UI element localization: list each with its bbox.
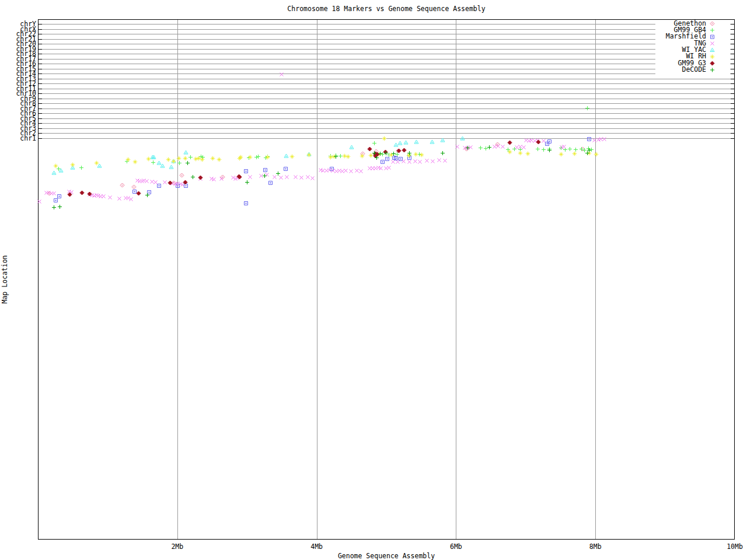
data-point-shape [256,155,260,159]
data-point [402,148,406,152]
data-point-shape [290,155,295,159]
data-point-shape [350,145,354,149]
data-point [603,138,606,141]
data-point-shape [430,140,434,144]
data-point-shape [414,152,418,157]
data-point-shape [368,167,372,170]
series-decode [52,145,591,209]
data-point-shape [59,196,60,197]
data-point [186,161,190,165]
data-point-shape [479,146,483,150]
data-point-shape [528,139,531,143]
data-point-shape [177,156,181,161]
data-point [95,161,99,166]
data-point-shape [146,157,151,162]
data-point [319,169,323,172]
data-point [169,165,173,169]
data-point [151,180,154,184]
data-point [280,176,283,180]
data-point-shape [525,139,528,142]
data-point-shape [359,170,363,173]
data-point-shape [52,171,56,174]
data-point [145,180,149,183]
data-point-shape [392,160,395,164]
data-point [133,190,137,194]
data-point-shape [560,146,564,149]
data-point-shape [396,158,397,159]
data-point-shape [136,179,139,183]
data-point-shape [189,155,193,159]
legend: GenethonGM99 GB4MarshfieldTNGWI YACWI RH… [655,19,730,75]
data-point [245,202,248,205]
data-point-shape [408,160,411,164]
data-point-shape [249,176,252,179]
data-point [536,140,540,144]
data-point-shape [54,173,55,174]
data-point [385,167,388,170]
data-point [146,157,151,162]
data-point [133,160,138,164]
data-point-shape [280,176,283,180]
data-point-shape [284,154,288,158]
data-point [183,156,188,161]
x-tick-label-6Mb: 6Mb [450,542,462,551]
data-point-shape [372,141,376,145]
data-point [256,155,260,159]
series-wi-rh [54,136,599,169]
data-point-shape [186,153,187,154]
data-point-shape [130,198,133,201]
data-point [189,155,193,159]
data-point [80,191,84,195]
data-point-shape [191,175,195,179]
data-point-shape [444,159,447,163]
data-point [518,151,523,156]
data-point-shape [162,166,163,167]
data-point-shape [396,160,400,164]
data-point [191,175,195,179]
data-point [154,181,158,184]
data-point [508,141,512,145]
data-point [388,166,391,170]
y-tick-label-chr1: chr1 [20,134,36,142]
data-point-shape [414,140,418,144]
data-point-shape [542,148,546,152]
data-point [350,170,353,173]
data-point-shape [134,187,135,188]
data-point-shape [501,145,505,149]
data-point [300,176,303,180]
legend-label: DeCODE [682,65,706,74]
data-point-shape [522,146,526,149]
data-point [184,150,188,154]
data-point [284,154,288,158]
data-point-shape [72,168,74,169]
data-point-shape [88,192,92,196]
data-point-shape [515,146,519,149]
data-point [563,145,566,149]
data-point [58,205,62,209]
data-point-shape [79,166,83,170]
data-point [248,155,253,160]
data-point [573,152,577,156]
data-point-shape [181,175,183,176]
data-point-shape [80,191,84,195]
data-point [341,170,344,173]
data-point [52,205,56,209]
data-point [382,136,387,141]
data-point [184,184,188,188]
data-point-shape [54,164,58,169]
data-point [130,198,133,201]
data-point-shape [183,180,187,184]
data-point [444,159,447,163]
x-tick-label-10Mb: 10Mb [727,542,743,551]
data-point-shape [389,153,394,158]
data-point-shape [599,138,603,141]
data-point [137,191,141,195]
data-point-shape [418,160,422,164]
data-point [418,160,422,164]
data-point-shape [594,152,599,157]
data-point [284,167,288,171]
data-point [371,167,375,170]
data-point [374,167,378,170]
data-point [263,174,267,178]
data-point-shape [404,141,408,144]
